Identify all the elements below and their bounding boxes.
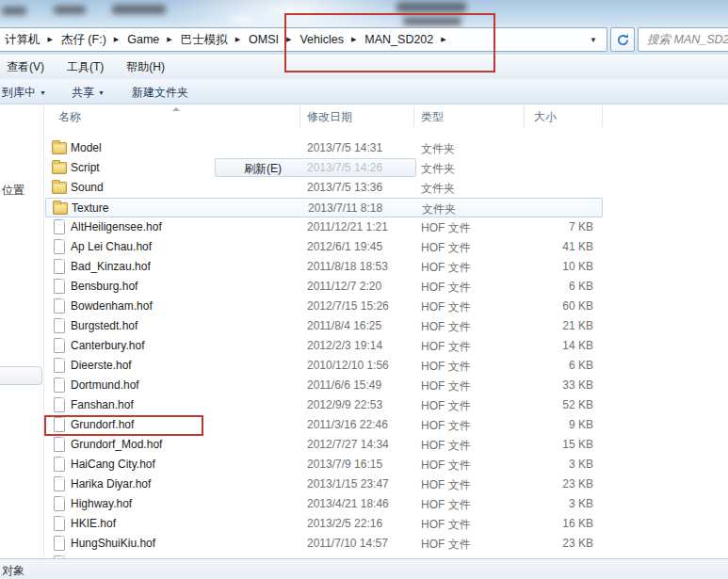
breadcrumb-item[interactable]: 巴士模拟 (179, 32, 230, 48)
type-cell: 文件夹 (422, 201, 456, 217)
type-cell: HOF 文件 (421, 339, 471, 355)
search-input[interactable] (638, 27, 728, 52)
breadcrumb-arrow-icon[interactable]: ▶ (161, 36, 178, 43)
file-icon (54, 496, 65, 511)
status-text: 对象 (2, 563, 24, 579)
name-cell: Bad_Kinzau.hof (71, 260, 151, 273)
type-cell: HOF 文件 (421, 280, 471, 296)
breadcrumb-item[interactable]: OMSI (247, 33, 281, 46)
file-icon (54, 457, 65, 472)
table-row[interactable]: Fanshan.hof2012/9/9 22:53HOF 文件52 KB (45, 395, 603, 415)
name-cell: Model (71, 141, 102, 154)
table-row[interactable]: HKIE.hof2013/2/5 22:16HOF 文件16 KB (45, 514, 603, 534)
table-row[interactable]: Dieerste.hof2010/12/10 1:56HOF 文件6 KB (45, 356, 603, 376)
file-icon (54, 239, 65, 254)
toolbar-button[interactable]: 到库中▼ (2, 85, 46, 101)
date-cell: 2012/9/9 22:53 (307, 398, 382, 411)
table-row[interactable]: Canterbury.hof2012/2/3 19:14HOF 文件14 KB (45, 336, 603, 356)
size-cell: 15 KB (480, 438, 593, 451)
date-cell: 2013/7/9 16:15 (307, 458, 382, 471)
breadcrumb-item[interactable]: 计算机 (3, 32, 42, 48)
refresh-menu-item[interactable]: 刷新(E) (244, 161, 282, 177)
table-row[interactable]: Harika Diyar.hof2013/1/15 23:47HOF 文件23 … (45, 474, 603, 494)
date-cell: 2012/2/3 19:14 (307, 339, 382, 352)
column-separator[interactable] (413, 105, 414, 127)
file-icon (54, 279, 65, 294)
breadcrumb-arrow-icon[interactable]: ▶ (42, 36, 59, 43)
column-separator[interactable] (299, 105, 300, 127)
table-row[interactable]: Dortmund.hof2011/6/6 15:49HOF 文件33 KB (45, 376, 603, 395)
address-dropdown-icon[interactable]: ▼ (590, 36, 597, 44)
context-menu-remnant[interactable]: 刷新(E) 2013/7/5 14:26 (215, 158, 416, 177)
date-cell: 2013/7/5 13:36 (307, 181, 382, 194)
type-cell: HOF 文件 (421, 537, 471, 553)
table-row[interactable]: Bad_Kinzau.hof2011/8/18 18:53HOF 文件10 KB (45, 257, 603, 277)
type-cell: HOF 文件 (421, 398, 471, 414)
folder-icon (52, 142, 67, 154)
table-row[interactable]: AltHeiligensee.hof2011/12/21 1:21HOF 文件7… (45, 217, 603, 237)
blurred-background-text (2, 7, 26, 15)
date-cell: 2011/12/7 2:20 (307, 280, 381, 293)
date-cell: 2013/7/5 14:31 (307, 141, 382, 154)
menu-item[interactable]: 工具(T) (67, 59, 104, 75)
size-cell: 23 KB (480, 537, 593, 550)
table-row[interactable]: Texture2013/7/11 8:18文件夹 (45, 198, 603, 217)
date-cell: 2011/6/6 15:49 (307, 378, 381, 392)
name-cell: Bensburg.hof (71, 280, 138, 293)
name-cell: Bowdenham.hof (71, 299, 153, 313)
breadcrumb-arrow-icon[interactable]: ▶ (108, 36, 125, 43)
folder-icon (52, 182, 67, 194)
table-row[interactable]: Ap Lei Chau.hof2012/6/1 19:45HOF 文件41 KB (45, 237, 603, 257)
size-cell: 16 KB (480, 517, 593, 530)
type-cell: HOF 文件 (421, 418, 471, 434)
column-header-date[interactable]: 修改日期 (307, 109, 352, 125)
table-row[interactable]: Model2013/7/5 14:31文件夹 (45, 138, 603, 158)
table-row[interactable]: Sound2013/7/5 13:36文件夹 (45, 178, 603, 198)
size-cell: 10 KB (480, 260, 593, 273)
name-cell: HKIE.hof (71, 517, 116, 530)
table-row[interactable]: Bensburg.hof2011/12/7 2:20HOF 文件6 KB (45, 277, 603, 297)
breadcrumb-item[interactable]: 杰仔 (F:) (59, 32, 108, 48)
type-cell: HOF 文件 (421, 378, 471, 394)
file-icon (54, 358, 65, 373)
table-row[interactable]: Bowdenham.hof2012/7/15 15:26HOF 文件60 KB (45, 297, 603, 316)
column-header-size[interactable]: 大小 (534, 109, 557, 125)
breadcrumb-item[interactable]: Game (125, 33, 161, 46)
table-row[interactable]: HaiCang City.hof2013/7/9 16:15HOF 文件3 KB (45, 455, 603, 474)
date-cell: 2011/8/18 18:53 (307, 260, 388, 273)
name-cell: Sound (71, 181, 104, 194)
column-header-name[interactable]: 名称 (58, 109, 81, 125)
table-row[interactable]: Highway.hof2013/4/21 18:46HOF 文件3 KB (45, 494, 603, 514)
size-cell: 6 KB (480, 359, 593, 372)
type-cell: HOF 文件 (421, 517, 471, 533)
blurred-background-text (54, 6, 86, 14)
size-cell: 3 KB (480, 497, 593, 510)
table-row[interactable]: HungShuiKiu.hof2011/7/10 14:57HOF 文件23 K… (45, 534, 603, 554)
file-icon (54, 219, 65, 234)
table-row[interactable]: Grundorf_Mod.hof2012/7/27 14:34HOF 文件15 … (45, 435, 603, 455)
type-cell: HOF 文件 (421, 497, 471, 513)
name-cell: Harika Diyar.hof (71, 477, 151, 491)
name-cell: Highway.hof (71, 497, 132, 510)
toolbar-button[interactable]: 新建文件夹 (132, 85, 188, 101)
date-cell: 2012/6/1 19:45 (307, 240, 382, 253)
sidebar-fragment (0, 366, 42, 385)
menu-item[interactable]: 查看(V) (7, 59, 44, 75)
file-icon (54, 338, 65, 353)
file-icon (54, 536, 65, 551)
folder-icon (53, 202, 68, 215)
column-separator[interactable] (524, 105, 525, 127)
table-row[interactable]: Burgstedt.hof2011/8/4 16:25HOF 文件21 KB (45, 316, 603, 336)
file-icon (54, 437, 65, 452)
toolbar-button[interactable]: 共享▼ (72, 85, 105, 101)
file-icon (54, 318, 65, 333)
breadcrumb-arrow-icon[interactable]: ▶ (230, 36, 247, 43)
file-icon (54, 397, 65, 412)
column-separator[interactable] (602, 105, 603, 127)
menu-item[interactable]: 帮助(H) (126, 59, 165, 75)
type-cell: HOF 文件 (421, 220, 471, 236)
name-cell: Canterbury.hof (71, 339, 145, 352)
blurred-background-text (112, 5, 166, 14)
refresh-button[interactable] (610, 27, 635, 52)
column-header-type[interactable]: 类型 (421, 109, 444, 125)
